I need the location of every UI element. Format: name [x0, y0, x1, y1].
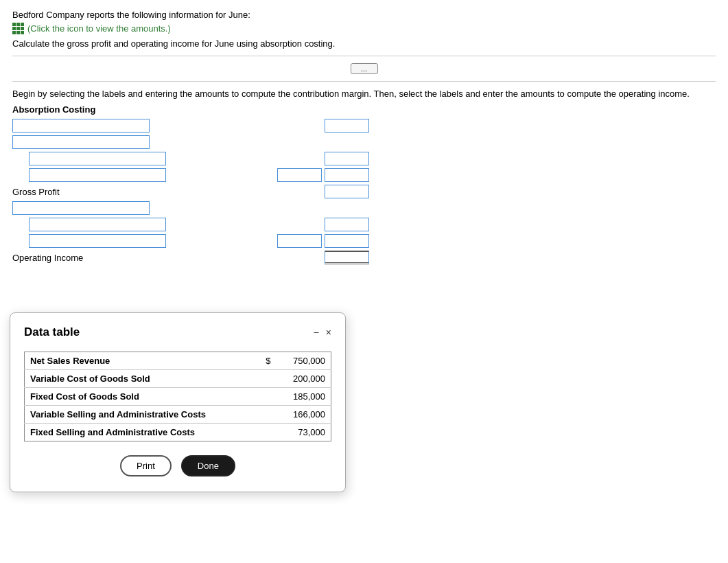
label-input-1[interactable] — [12, 119, 150, 133]
form-row-3 — [12, 152, 369, 165]
amount-input-6[interactable] — [325, 218, 369, 231]
label-input-2[interactable] — [12, 135, 150, 149]
table-amount-cell: 200,000 — [277, 370, 331, 388]
amount-input-4b[interactable] — [325, 168, 369, 182]
table-label-cell: Net Sales Revenue — [25, 352, 260, 370]
absorption-costing-form: Absorption Costing Gross Profit — [12, 104, 369, 264]
table-label-cell: Variable Cost of Goods Sold — [25, 370, 260, 388]
table-label-cell: Variable Selling and Administrative Cost… — [25, 406, 260, 424]
amount-input-1[interactable] — [325, 119, 369, 133]
data-table-modal: Data table − × Net Sales Revenue$750,000… — [10, 312, 346, 492]
click-icon-text: (Click the icon to view the amounts.) — [27, 23, 171, 34]
table-amount-cell: 166,000 — [277, 406, 331, 424]
amount-input-7b[interactable] — [325, 234, 369, 248]
modal-controls: − × — [314, 328, 331, 337]
grid-icon — [12, 23, 24, 34]
operating-income-label: Operating Income — [12, 253, 325, 263]
modal-title: Data table — [24, 325, 80, 339]
click-icon-link[interactable]: (Click the icon to view the amounts.) — [12, 23, 716, 34]
table-amount-cell: 750,000 — [277, 352, 331, 370]
print-button[interactable]: Print — [120, 455, 172, 476]
modal-header: Data table − × — [24, 325, 331, 339]
form-row-7 — [12, 234, 369, 248]
operating-income-amount-input[interactable] — [325, 251, 369, 264]
divider-top — [12, 56, 716, 56]
amount-input-3[interactable] — [325, 152, 369, 165]
table-row: Variable Selling and Administrative Cost… — [25, 406, 331, 424]
begin-text: Begin by selecting the labels and enteri… — [12, 89, 716, 99]
form-row-6 — [12, 218, 369, 231]
label-input-5[interactable] — [12, 201, 150, 215]
done-button[interactable]: Done — [181, 455, 235, 476]
modal-footer: Print Done — [24, 455, 331, 476]
modal-close-button[interactable]: × — [326, 328, 331, 337]
company-text: Bedford Company reports the following in… — [12, 10, 716, 20]
table-dollar-cell — [260, 370, 277, 388]
table-dollar-cell: $ — [260, 352, 277, 370]
calculate-text: Calculate the gross profit and operating… — [12, 38, 716, 49]
table-amount-cell: 73,000 — [277, 424, 331, 441]
amount-input-4a[interactable] — [277, 168, 322, 182]
form-row-1 — [12, 119, 369, 133]
table-dollar-cell — [260, 406, 277, 424]
label-input-7[interactable] — [29, 234, 166, 248]
label-input-3[interactable] — [29, 152, 166, 165]
divider-bottom — [12, 81, 716, 82]
form-row-5 — [12, 201, 369, 215]
gross-profit-amount-input[interactable] — [325, 185, 369, 198]
gross-profit-label: Gross Profit — [12, 187, 325, 197]
table-row: Net Sales Revenue$750,000 — [25, 352, 331, 370]
table-label-cell: Fixed Cost of Goods Sold — [25, 388, 260, 406]
form-row-4 — [12, 168, 369, 182]
gross-profit-row: Gross Profit — [12, 185, 369, 198]
table-row: Fixed Cost of Goods Sold185,000 — [25, 388, 331, 406]
table-dollar-cell — [260, 388, 277, 406]
table-label-cell: Fixed Selling and Administrative Costs — [25, 424, 260, 441]
operating-income-row: Operating Income — [12, 251, 369, 264]
section-title: Absorption Costing — [12, 104, 369, 115]
table-dollar-cell — [260, 424, 277, 441]
table-amount-cell: 185,000 — [277, 388, 331, 406]
amount-input-7a[interactable] — [277, 234, 322, 248]
expand-button[interactable]: ... — [351, 63, 378, 74]
data-table: Net Sales Revenue$750,000Variable Cost o… — [24, 352, 331, 441]
table-row: Fixed Selling and Administrative Costs73… — [25, 424, 331, 441]
form-row-2 — [12, 135, 369, 149]
label-input-6[interactable] — [29, 218, 166, 231]
modal-minimize-button[interactable]: − — [314, 328, 319, 337]
table-row: Variable Cost of Goods Sold200,000 — [25, 370, 331, 388]
label-input-4[interactable] — [29, 168, 166, 182]
